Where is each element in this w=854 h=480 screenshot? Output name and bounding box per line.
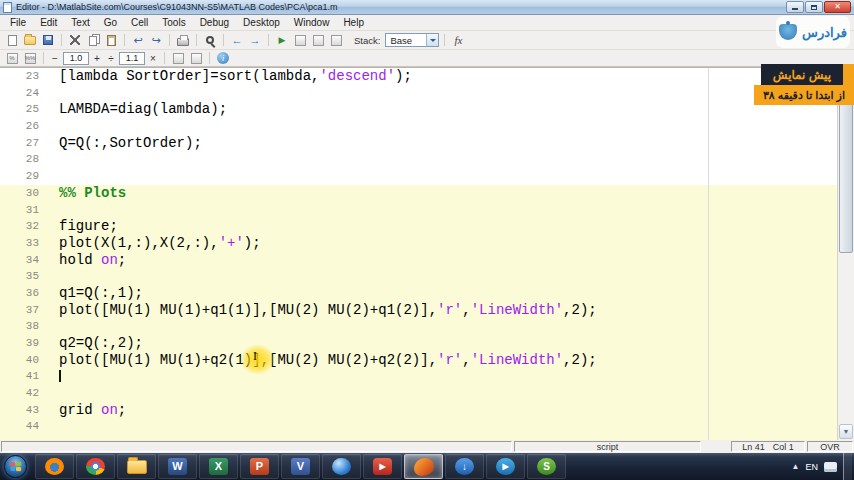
redo-button[interactable]: ↪ bbox=[148, 33, 164, 48]
scrollbar-thumb[interactable] bbox=[839, 85, 853, 253]
code-line-41[interactable]: 41 bbox=[0, 368, 837, 385]
taskbar-app-powerpoint[interactable]: P bbox=[240, 454, 279, 479]
line-number: 32 bbox=[0, 218, 46, 235]
code-line-30[interactable]: 30%% Plots bbox=[0, 185, 837, 202]
scroll-down-icon[interactable]: ▼ bbox=[839, 424, 853, 439]
menu-file[interactable]: File bbox=[3, 16, 33, 29]
code-line-25[interactable]: 25LAMBDA=diag(lambda); bbox=[0, 101, 837, 118]
code-line-32[interactable]: 32figure; bbox=[0, 218, 837, 235]
line-number: 39 bbox=[0, 335, 46, 352]
stack-value: Base bbox=[390, 35, 412, 46]
show-desktop-button[interactable] bbox=[843, 453, 852, 480]
code-line-36[interactable]: 36q1=Q(:,1); bbox=[0, 285, 837, 302]
maximize-button[interactable] bbox=[805, 1, 823, 13]
taskbar-app-idm[interactable]: ↓ bbox=[445, 454, 484, 479]
additive-step-field[interactable]: 1.0 bbox=[63, 52, 89, 65]
taskbar-app-internet[interactable] bbox=[322, 454, 361, 479]
taskbar-app-firefox[interactable] bbox=[35, 454, 74, 479]
open-file-button[interactable] bbox=[22, 33, 38, 48]
language-indicator[interactable]: EN bbox=[805, 462, 818, 472]
code-text bbox=[46, 151, 59, 168]
code-line-42[interactable]: 42 bbox=[0, 385, 837, 402]
line-indicator: Ln 41 bbox=[742, 442, 765, 452]
step-in-button[interactable] bbox=[328, 33, 344, 48]
taskbar-app-explorer[interactable] bbox=[117, 454, 156, 479]
code-line-34[interactable]: 34hold on; bbox=[0, 252, 837, 269]
step-button[interactable] bbox=[310, 33, 326, 48]
code-line-27[interactable]: 27Q=Q(:,SortOrder); bbox=[0, 135, 837, 152]
code-line-39[interactable]: 39q2=Q(:,2); bbox=[0, 335, 837, 352]
editor[interactable]: 23[lambda SortOrder]=sort(lambda,'descen… bbox=[0, 67, 837, 440]
code-line-33[interactable]: 33plot(X(1,:),X(2,:),'+'); bbox=[0, 235, 837, 252]
minimize-button[interactable] bbox=[786, 1, 804, 13]
code-line-38[interactable]: 38 bbox=[0, 318, 837, 335]
menu-text[interactable]: Text bbox=[64, 16, 96, 29]
code-line-28[interactable]: 28 bbox=[0, 151, 837, 168]
taskbar-app-visio[interactable]: V bbox=[281, 454, 320, 479]
taskbar-app-chrome[interactable] bbox=[76, 454, 115, 479]
copy-button[interactable] bbox=[85, 33, 101, 48]
increment-value-button[interactable]: + bbox=[91, 52, 103, 65]
multiplicative-step-field[interactable]: 1.1 bbox=[119, 52, 145, 65]
keyboard-icon[interactable] bbox=[824, 462, 837, 472]
run-button[interactable]: ▶ bbox=[274, 33, 290, 48]
menu-window[interactable]: Window bbox=[287, 16, 337, 29]
divide-value-button[interactable]: ÷ bbox=[105, 52, 117, 65]
multiply-value-button[interactable]: × bbox=[147, 52, 159, 65]
undo-button[interactable]: ↩ bbox=[130, 33, 146, 48]
back-button[interactable]: ← bbox=[229, 33, 245, 48]
code-line-43[interactable]: 43grid on; bbox=[0, 402, 837, 419]
start-button[interactable] bbox=[4, 455, 27, 478]
code-text bbox=[46, 85, 59, 102]
close-button[interactable]: ✕ bbox=[824, 1, 851, 13]
forward-button[interactable]: → bbox=[247, 33, 263, 48]
paste-button[interactable] bbox=[103, 33, 119, 48]
faradars-logo-icon bbox=[779, 24, 797, 40]
taskbar-app-snagit[interactable]: S bbox=[527, 454, 566, 479]
insert-cell-title-button[interactable]: %% bbox=[22, 51, 38, 66]
code-line-40[interactable]: 40plot([MU(1) MU(1)+q2(1)],[MU(2) MU(2)+… bbox=[0, 352, 837, 369]
decrement-value-button[interactable]: − bbox=[49, 52, 61, 65]
menu-debug[interactable]: Debug bbox=[193, 16, 236, 29]
line-number: 28 bbox=[0, 151, 46, 168]
toolbar-separator bbox=[61, 34, 62, 46]
toolbar-separator bbox=[43, 52, 44, 64]
insert-cell-button[interactable]: % bbox=[4, 51, 20, 66]
code-line-23[interactable]: 23[lambda SortOrder]=sort(lambda,'descen… bbox=[0, 68, 837, 85]
code-line-35[interactable]: 35 bbox=[0, 268, 837, 285]
code-line-44[interactable]: 44 bbox=[0, 418, 837, 435]
menu-help[interactable]: Help bbox=[336, 16, 371, 29]
taskbar-app-matlab[interactable] bbox=[404, 454, 443, 479]
windows-logo-icon bbox=[11, 462, 22, 472]
cut-button[interactable] bbox=[67, 33, 83, 48]
menu-edit[interactable]: Edit bbox=[33, 16, 64, 29]
menu-go[interactable]: Go bbox=[97, 16, 124, 29]
code-line-37[interactable]: 37plot([MU(1) MU(1)+q1(1)],[MU(2) MU(2)+… bbox=[0, 302, 837, 319]
cell-info-button[interactable]: i bbox=[215, 51, 231, 66]
taskbar-app-media-red[interactable]: ▶ bbox=[363, 454, 402, 479]
taskbar-app-word[interactable]: W bbox=[158, 454, 197, 479]
find-button[interactable] bbox=[202, 33, 218, 48]
code-line-24[interactable]: 24 bbox=[0, 85, 837, 102]
function-browser-button[interactable]: fx bbox=[454, 34, 462, 46]
run-cell-button[interactable] bbox=[170, 51, 186, 66]
print-button[interactable] bbox=[175, 33, 191, 48]
menu-cell[interactable]: Cell bbox=[124, 16, 155, 29]
code-line-26[interactable]: 26 bbox=[0, 118, 837, 135]
step-in-icon bbox=[331, 35, 342, 46]
run-cell-advance-button[interactable] bbox=[188, 51, 204, 66]
menu-tools[interactable]: Tools bbox=[155, 16, 192, 29]
tray-expand-icon[interactable]: ▲ bbox=[792, 462, 800, 471]
breakpoint-button[interactable] bbox=[292, 33, 308, 48]
menu-desktop[interactable]: Desktop bbox=[236, 16, 287, 29]
word-icon: W bbox=[168, 458, 187, 475]
taskbar-app-excel[interactable]: X bbox=[199, 454, 238, 479]
stack-dropdown[interactable]: Base bbox=[385, 33, 439, 47]
vertical-scrollbar[interactable]: ▲ ▼ bbox=[837, 67, 854, 440]
taskbar-app-player-blue[interactable]: ▶ bbox=[486, 454, 525, 479]
save-button[interactable] bbox=[40, 33, 56, 48]
code-line-31[interactable]: 31 bbox=[0, 202, 837, 219]
code-line-29[interactable]: 29 bbox=[0, 168, 837, 185]
explorer-icon bbox=[127, 460, 147, 474]
new-file-button[interactable] bbox=[4, 33, 20, 48]
